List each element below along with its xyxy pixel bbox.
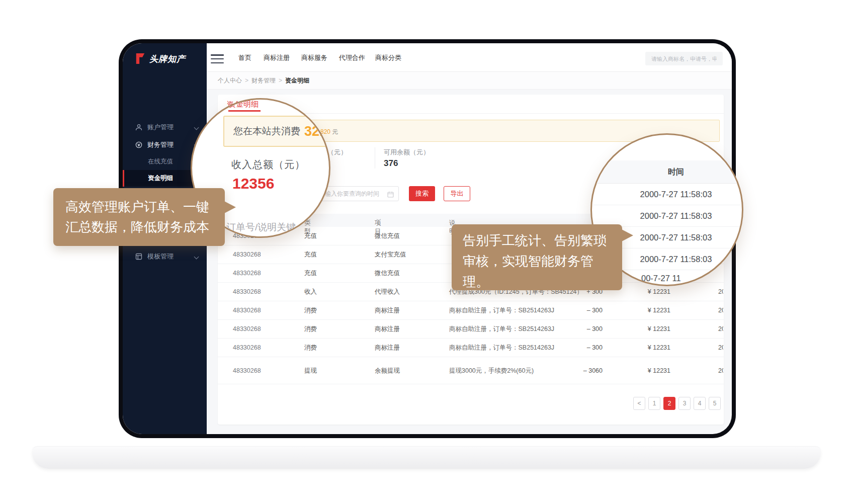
notice-tail: 820元 (320, 128, 338, 136)
stat-expense-label: （元） (327, 148, 347, 157)
header-item[interactable]: 项目 (375, 216, 380, 223)
table-row[interactable]: 48330268消费 商标注册商标自助注册，订单号：SB2514263J – 3… (218, 339, 724, 357)
logo: 头牌知产 (135, 52, 186, 67)
chevron-down-icon (194, 125, 199, 130)
user-icon (135, 124, 142, 131)
nav-item-tm-service[interactable]: 商标服务 (301, 43, 327, 72)
pagination-page-4[interactable]: 4 (694, 397, 706, 410)
logo-icon (135, 52, 146, 67)
sidebar-item-label: 账户管理 (147, 123, 174, 132)
table-row[interactable]: 48330268消费 商标注册商标自助注册，订单号：SB2514263J – 3… (218, 320, 724, 339)
search-input[interactable] (645, 52, 723, 65)
pagination-page-1[interactable]: 1 (648, 397, 660, 410)
nav-item-home[interactable]: 首页 (238, 43, 251, 72)
callout-line: 告别手工统计、告别繁琐 (463, 230, 622, 251)
breadcrumb-item[interactable]: 个人中心 (218, 76, 242, 85)
magnified-income-value: 12356 (232, 175, 274, 192)
callout-right: 告别手工统计、告别繁琐 审核，实现智能财务管 理。 (452, 224, 622, 290)
pagination-page-2-active[interactable]: 2 (663, 397, 675, 410)
nav-item-agency[interactable]: 代理合作 (339, 43, 365, 72)
pagination-page-5[interactable]: 5 (709, 397, 721, 410)
search-button[interactable]: 搜索 (409, 186, 435, 201)
export-button[interactable]: 导出 (444, 186, 470, 201)
breadcrumb-item[interactable]: 财务管理 (251, 76, 276, 85)
sidebar-sub-label: 在线充值 (148, 157, 173, 166)
magnified-column-header: 订单号/说明关键 (226, 221, 296, 234)
callout-left-arrow (223, 201, 236, 214)
callout-line: 高效管理账户订单、一键 (65, 197, 225, 217)
breadcrumb: 个人中心 > 财务管理 > 资金明细 (207, 72, 732, 90)
brand-name: 头牌知产 (149, 53, 186, 65)
callout-line: 理。 (463, 272, 622, 292)
template-icon (135, 253, 142, 260)
stat-balance-value: 376 (384, 158, 398, 169)
top-navbar: 首页 商标注册 商标服务 代理合作 商标分类 (207, 43, 732, 72)
table-row[interactable]: 48330268消费 商标注册商标自助注册，订单号：SB2514263J – 3… (218, 301, 724, 320)
table-row[interactable]: 48330268提现 余额提现提现3000元，手续费2%(60元) – 3060… (218, 357, 724, 384)
magnified-time-header: 时间 (592, 160, 743, 184)
nav-item-tm-register[interactable]: 商标注册 (264, 43, 290, 72)
nav-item-tm-category[interactable]: 商标分类 (375, 43, 401, 72)
pagination-page-3[interactable]: 3 (678, 397, 691, 410)
sidebar-item-label: 财务管理 (147, 140, 174, 149)
callout-left: 高效管理账户订单、一键 汇总数据，降低财务成本 (53, 188, 225, 246)
date-query-input[interactable] (318, 186, 399, 201)
laptop-base (32, 446, 821, 469)
sidebar-sub-label: 资金明细 (148, 174, 173, 183)
finance-icon (135, 141, 142, 148)
sidebar-item-templates[interactable]: 模板管理 (123, 248, 207, 265)
magnified-time-partial: 00-7-27 11 (641, 274, 681, 283)
magnified-time-row: 2000-7-27 11:58:03 (592, 205, 743, 227)
magnified-time-row: 2000-7-27 11:58:03 (592, 184, 743, 205)
breadcrumb-current: 资金明细 (285, 76, 309, 85)
chevron-down-icon (194, 254, 199, 259)
callout-right-arrow (621, 229, 633, 242)
sidebar-item-label: 模板管理 (147, 252, 174, 261)
stat-divider (375, 147, 375, 169)
callout-line: 汇总数据，降低财务成本 (65, 217, 225, 237)
menu-icon[interactable] (211, 54, 224, 63)
magnified-income-label: 收入总额（元） (231, 158, 305, 172)
magnified-tab-underline (228, 110, 261, 112)
pagination-prev[interactable]: < (633, 397, 645, 410)
callout-line: 审核，实现智能财务管 (463, 251, 622, 272)
stat-balance-label: 可用余额（元） (384, 148, 430, 157)
calendar-icon[interactable] (387, 191, 394, 200)
pagination: < 1 2 3 4 5 (633, 397, 721, 410)
sidebar-item-account[interactable]: 账户管理 (123, 119, 207, 136)
